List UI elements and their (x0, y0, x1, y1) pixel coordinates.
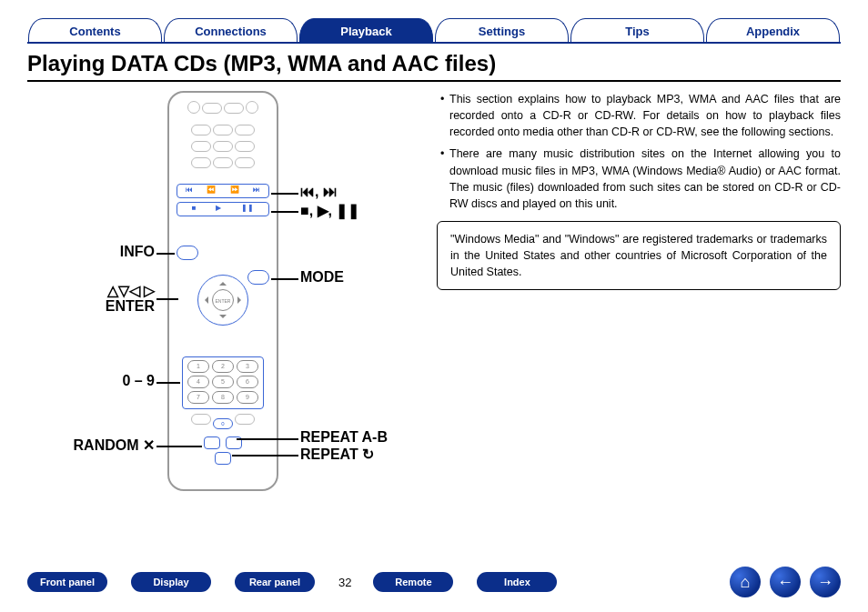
link-front-panel[interactable]: Front panel (27, 572, 107, 592)
link-rear-panel[interactable]: Rear panel (235, 572, 315, 592)
label-enter: ENTER (27, 298, 155, 315)
page-title: Playing DATA CDs (MP3, WMA and AAC files… (27, 51, 841, 76)
label-repeat: REPEAT ↻ (300, 446, 374, 463)
prev-page-icon[interactable]: ← (770, 567, 801, 597)
bullet-1: • This section explains how to playback … (440, 91, 841, 140)
page-number: 32 (338, 576, 351, 589)
trademark-note: "Windows Media" and "Windows" are regist… (437, 221, 841, 290)
title-divider (27, 80, 841, 82)
home-icon[interactable]: ⌂ (730, 567, 761, 597)
label-repeat-ab: REPEAT A-B (300, 429, 388, 446)
tab-playback[interactable]: Playback (299, 18, 433, 42)
link-index[interactable]: Index (477, 572, 557, 592)
bullet-2: • There are many music distribution site… (440, 145, 841, 212)
tab-appendix[interactable]: Appendix (706, 18, 840, 42)
enter-button: ENTER (212, 289, 234, 311)
remote-diagram: ⏮ ⏪ ⏩ ⏭ ■ ▶ ❚❚ (27, 91, 419, 527)
remote-outline: ⏮ ⏪ ⏩ ⏭ ■ ▶ ❚❚ (167, 91, 278, 491)
label-transport: ■, ▶, ❚❚ (300, 202, 359, 219)
next-page-icon[interactable]: → (810, 567, 841, 597)
link-remote[interactable]: Remote (373, 572, 453, 592)
label-numbers: 0 – 9 (27, 373, 155, 389)
label-arrows: △▽◁ ▷ (27, 282, 155, 299)
label-info: INFO (27, 244, 155, 260)
top-tabs: Contents Connections Playback Settings T… (27, 18, 841, 44)
tab-settings[interactable]: Settings (435, 18, 569, 42)
tab-tips[interactable]: Tips (570, 18, 704, 42)
label-random: RANDOM ✕ (27, 436, 155, 454)
tab-contents[interactable]: Contents (28, 18, 162, 42)
label-skip: ⏮, ⏭ (300, 184, 338, 200)
tab-connections[interactable]: Connections (164, 18, 298, 42)
footer-nav: Front panel Display Rear panel 32 Remote… (27, 567, 841, 597)
link-display[interactable]: Display (131, 572, 211, 592)
label-mode: MODE (300, 269, 344, 286)
